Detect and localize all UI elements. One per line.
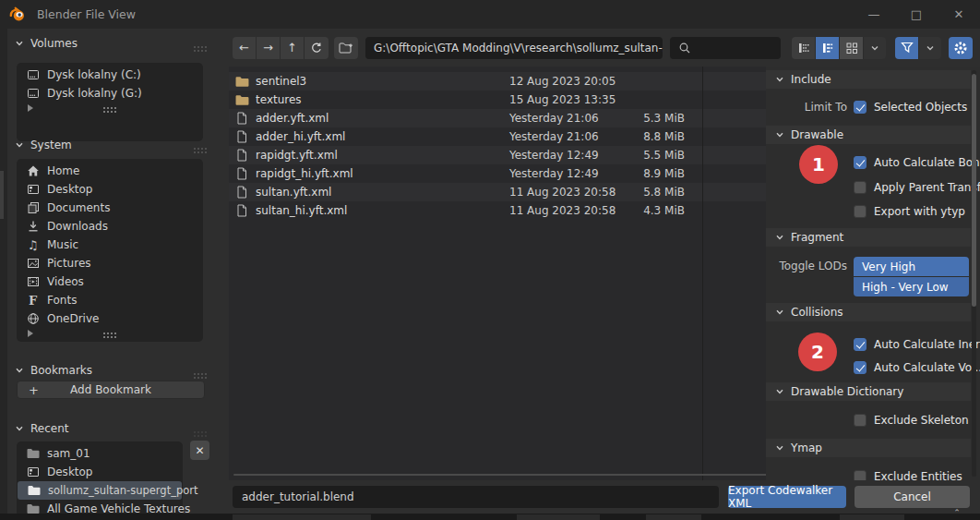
create-folder-button[interactable] — [334, 37, 358, 59]
pictures-icon — [26, 257, 40, 271]
file-row[interactable]: sentinel3 12 Aug 2023 20:05 — [229, 72, 766, 91]
checkbox-box[interactable] — [854, 338, 866, 351]
auto-calculate-bones-checkbox[interactable]: Auto Calculate Bon... — [854, 156, 980, 169]
expand-triangle-icon[interactable] — [28, 104, 33, 112]
item-label: Downloads — [47, 220, 108, 233]
checkbox-box[interactable] — [854, 156, 866, 169]
panel-header-drawable-dictionary[interactable]: Drawable Dictionary — [766, 382, 971, 401]
checkbox-box[interactable] — [854, 101, 866, 114]
resize-grip-icon[interactable] — [102, 332, 116, 338]
panel-header-collisions[interactable]: Collisions — [766, 303, 971, 321]
section-header-recent[interactable]: Recent — [15, 420, 218, 437]
filter-button[interactable] — [895, 37, 919, 59]
sidebar-item-pictures[interactable]: Pictures — [17, 254, 203, 272]
display-options-dropdown[interactable] — [864, 37, 886, 59]
clear-recent-button[interactable]: ✕ — [190, 441, 209, 460]
sidebar-item-music[interactable]: ♫ Music — [17, 236, 203, 254]
drive-icon — [26, 68, 40, 82]
detailed-list-view-button[interactable] — [816, 37, 840, 59]
expand-triangle-icon[interactable] — [28, 330, 33, 337]
file-row[interactable]: sultan_hi.yft.xml 11 Aug 2023 20:58 4.3 … — [229, 201, 766, 220]
file-row[interactable]: rapidgt.yft.xml Yesterday 12:49 5.5 MiB — [229, 146, 766, 164]
lod-high-very-low-button[interactable]: High - Very Low — [854, 277, 969, 296]
minimize-button[interactable]: — — [853, 0, 895, 29]
export-with-ytyp-row: Export with ytyp — [766, 202, 971, 221]
panel-header-include[interactable]: Include — [766, 70, 971, 89]
settings-gear-button[interactable] — [949, 37, 973, 59]
maximize-button[interactable]: □ — [895, 0, 938, 29]
path-field[interactable]: G:\Offtopic\GTA Modding\V\research\sollu… — [365, 37, 663, 59]
checkbox-box[interactable] — [854, 205, 866, 218]
panel-header-ymap[interactable]: Ymap — [766, 439, 971, 457]
sidebar-item-downloads[interactable]: Downloads — [17, 217, 203, 236]
file-row[interactable]: rapidgt_hi.yft.xml Yesterday 12:49 8.9 M… — [229, 164, 766, 183]
sidebar-item-videos[interactable]: Videos — [17, 272, 203, 291]
annotation-badge-2: 2 — [798, 333, 837, 371]
file-icon — [234, 204, 249, 218]
export-options-panel: Include Limit To Selected Objects Drawab… — [766, 67, 980, 480]
close-button[interactable]: ✕ — [938, 0, 980, 29]
file-row[interactable]: adder_hi.yft.xml Yesterday 21:06 8.8 MiB — [229, 127, 766, 146]
resize-grip-icon[interactable] — [102, 106, 116, 113]
checkbox-box[interactable] — [854, 361, 866, 374]
vertical-list-view-button[interactable] — [792, 37, 816, 59]
apply-parent-transform-checkbox[interactable]: Apply Parent Transf... — [854, 181, 980, 194]
section-header-volumes[interactable]: Volumes — [15, 35, 218, 52]
sidebar-item-recent[interactable]: Desktop — [17, 463, 183, 481]
sidebar-item-drive-c[interactable]: Dysk lokalny (C:) — [17, 66, 203, 84]
search-field[interactable] — [670, 37, 781, 59]
sidebar-item-recent-selected[interactable]: sollumz_sultan-supergt_port — [18, 481, 182, 500]
sidebar-item-onedrive[interactable]: OneDrive — [17, 309, 203, 328]
file-row[interactable]: adder.yft.xml Yesterday 21:06 5.3 MiB — [229, 109, 766, 127]
back-button[interactable]: ← — [233, 37, 257, 59]
lod-very-high-button[interactable]: Very High — [854, 257, 969, 276]
auto-calculate-inertia-checkbox[interactable]: Auto Calculate Inertia — [854, 338, 980, 351]
file-row[interactable]: textures 15 Aug 2023 13:35 — [229, 91, 766, 109]
item-label: Dysk lokalny (C:) — [47, 68, 141, 81]
taskbar-sliver — [0, 514, 980, 520]
sidebar-item-desktop[interactable]: Desktop — [17, 180, 203, 199]
thumbnail-view-button[interactable] — [840, 37, 864, 59]
filename-input[interactable] — [233, 486, 719, 508]
filter-options-dropdown[interactable] — [919, 37, 941, 59]
parent-directory-button[interactable]: ↑ — [281, 37, 305, 59]
forward-button[interactable]: → — [257, 37, 281, 59]
file-row[interactable]: sultan.yft.xml 11 Aug 2023 20:58 5.8 MiB — [229, 183, 766, 201]
drag-grip-icon[interactable] — [193, 45, 207, 52]
drag-grip-icon[interactable] — [193, 147, 207, 153]
vertical-scrollbar[interactable] — [972, 70, 976, 477]
panel-header-fragment[interactable]: Fragment — [766, 228, 971, 247]
search-input[interactable] — [697, 41, 771, 55]
selected-objects-checkbox[interactable]: Selected Objects — [854, 101, 967, 114]
section-header-system[interactable]: System — [15, 137, 218, 153]
panel-header-drawable[interactable]: Drawable — [766, 126, 971, 144]
sidebar-item-drive-g[interactable]: Dysk lokalny (G:) — [17, 84, 203, 103]
sidebar-item-documents[interactable]: Documents — [17, 199, 203, 217]
export-codewalker-xml-button[interactable]: Export Codewalker XML — [728, 486, 846, 508]
taskbar-hidden-icons-chevron[interactable]: ⌃ — [950, 507, 963, 518]
section-header-bookmarks[interactable]: Bookmarks — [15, 362, 218, 379]
chevron-down-icon — [775, 233, 784, 242]
fonts-icon: F — [26, 294, 40, 308]
sidebar-item-recent[interactable]: sam_01 — [17, 444, 183, 463]
recent-box: sam_01 Desktop sollumz_sultan-supergt_po… — [17, 441, 183, 519]
title-bar: Blender File View — □ ✕ — [0, 0, 980, 29]
scrollbar-thumb[interactable] — [972, 74, 976, 307]
column-divider[interactable] — [702, 67, 703, 480]
cancel-button[interactable]: Cancel — [855, 486, 970, 508]
chevron-down-icon — [775, 443, 784, 453]
checkbox-box[interactable] — [854, 414, 866, 427]
add-bookmark-button[interactable]: + Add Bookmark — [17, 381, 205, 399]
checkbox-box[interactable] — [854, 181, 866, 194]
sidebar-item-home[interactable]: Home — [17, 162, 203, 180]
auto-calculate-volume-checkbox[interactable]: Auto Calculate Vol... — [854, 361, 980, 374]
export-with-ytyp-checkbox[interactable]: Export with ytyp — [854, 205, 965, 218]
exclude-skeleton-checkbox[interactable]: Exclude Skeleton — [854, 414, 969, 427]
auto-calc-volume-row: Auto Calculate Vol... — [766, 358, 971, 377]
drag-grip-icon[interactable] — [193, 372, 207, 379]
item-label: Desktop — [47, 466, 93, 478]
refresh-button[interactable] — [305, 37, 329, 59]
sidebar-item-fonts[interactable]: F Fonts — [17, 291, 203, 309]
drag-grip-icon[interactable] — [193, 430, 207, 437]
globe-icon — [26, 312, 40, 326]
